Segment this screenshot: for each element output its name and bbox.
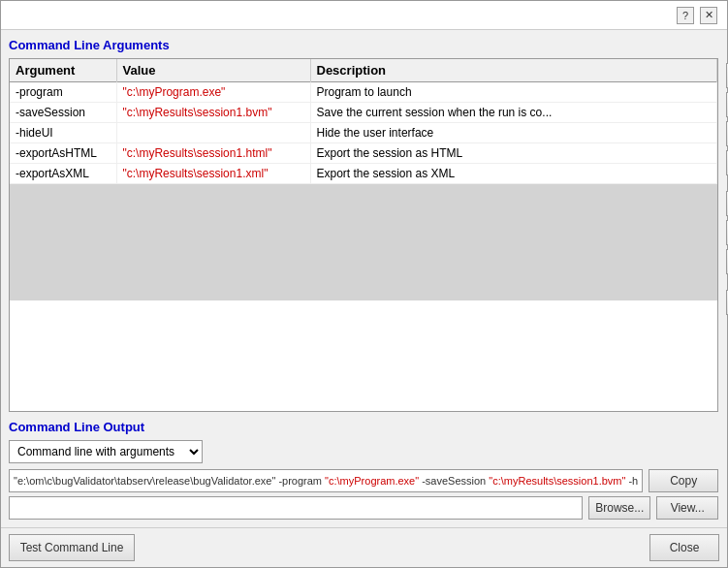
col-header-argument: Argument <box>10 59 116 82</box>
table-header-row: Argument Value Description <box>10 59 717 82</box>
main-area: Command Line Arguments Argument Value De… <box>9 38 718 520</box>
copy-button[interactable]: Copy <box>649 469 718 492</box>
cmdline-text: "e:\om\c\bugValidator\tabserv\release\bu… <box>14 475 638 487</box>
cell-argument: -exportAsHTML <box>10 143 116 164</box>
table-row[interactable]: -hideUIHide the user interface <box>10 123 717 143</box>
title-bar: ? ✕ <box>1 1 727 30</box>
table-row[interactable]: -exportAsXML"c:\myResults\session1.xml"E… <box>10 164 717 184</box>
cmdline-row: "e:\om\c\bugValidator\tabserv\release\bu… <box>9 469 718 492</box>
cell-description: Export the session as HTML <box>310 143 717 164</box>
command-line-type-dropdown[interactable]: Command line with argumentsCommand line … <box>9 440 203 463</box>
cell-value: "c:\myResults\session1.bvm" <box>116 103 310 123</box>
output-section: Command Line Output Command line with ar… <box>9 420 718 520</box>
cell-argument: -program <box>10 82 116 103</box>
cell-description: Export the session as XML <box>310 164 717 184</box>
title-bar-buttons: ? ✕ <box>677 7 717 24</box>
arguments-table: Argument Value Description -program"c:\m… <box>10 59 717 184</box>
cell-description: Hide the user interface <box>310 123 717 143</box>
col-header-description: Description <box>310 59 717 82</box>
cmdfile-row: Browse... View... <box>9 496 718 520</box>
test-command-button[interactable]: Test Command Line <box>9 534 135 561</box>
cell-argument: -exportAsXML <box>10 164 116 184</box>
cell-value: "c:\myProgram.exe" <box>116 82 310 103</box>
cell-description: Save the current session when the run is… <box>310 103 717 123</box>
table-row[interactable]: -program"c:\myProgram.exe"Program to lau… <box>10 82 717 103</box>
help-button[interactable]: ? <box>677 7 694 24</box>
cmdline-display: "e:\om\c\bugValidator\tabserv\release\bu… <box>9 469 643 492</box>
close-button[interactable]: Close <box>649 534 719 561</box>
output-section-title: Command Line Output <box>9 420 718 434</box>
view-button[interactable]: View... <box>656 496 718 520</box>
arguments-table-container: Argument Value Description -program"c:\m… <box>9 58 718 412</box>
col-header-value: Value <box>116 59 310 82</box>
browse-button[interactable]: Browse... <box>588 496 650 520</box>
cell-value: "c:\myResults\session1.html" <box>116 143 310 164</box>
cell-argument: -saveSession <box>10 103 116 123</box>
arguments-section-title: Command Line Arguments <box>9 38 718 52</box>
cell-value: "c:\myResults\session1.xml" <box>116 164 310 184</box>
cell-value <box>116 123 310 143</box>
cell-description: Program to launch <box>310 82 717 103</box>
cmdfile-input[interactable] <box>9 496 583 520</box>
cell-argument: -hideUI <box>10 123 116 143</box>
table-row[interactable]: -exportAsHTML"c:\myResults\session1.html… <box>10 143 717 164</box>
bottom-bar: Test Command Line Close <box>1 527 727 567</box>
dropdown-row: Command line with argumentsCommand line … <box>9 440 718 463</box>
dialog-content: Command Line Arguments Argument Value De… <box>1 30 727 527</box>
table-row[interactable]: -saveSession"c:\myResults\session1.bvm"S… <box>10 103 717 123</box>
args-table-body: -program"c:\myProgram.exe"Program to lau… <box>10 82 717 184</box>
dialog-window: ? ✕ Command Line Arguments Argument Valu… <box>0 0 728 568</box>
close-title-button[interactable]: ✕ <box>700 7 717 24</box>
empty-table-area <box>10 184 717 300</box>
